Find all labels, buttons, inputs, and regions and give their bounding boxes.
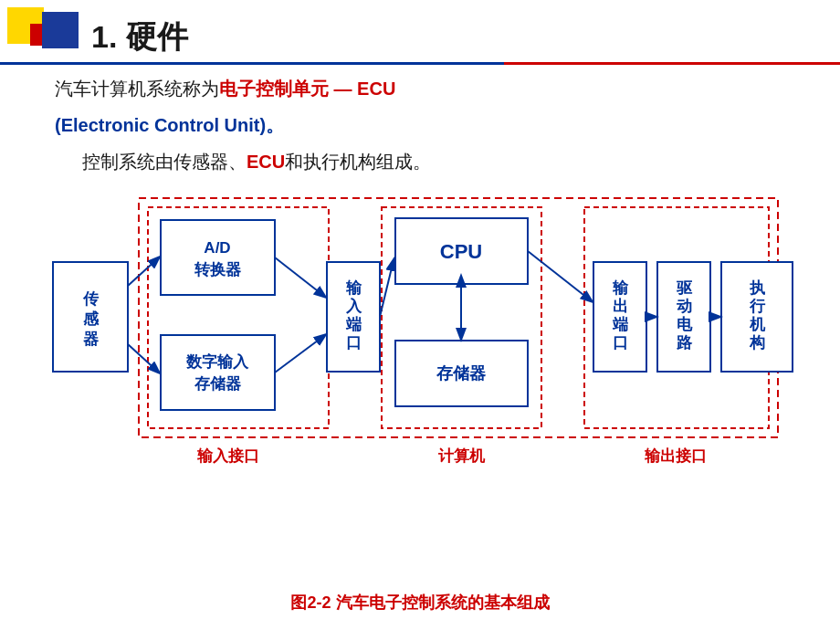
diagram-svg: 传 感 器 A/D 转换器 数字输入 存储器 输 入 端 口 CPU 存储器 输… [37,196,803,507]
svg-line-39 [128,344,159,373]
svg-line-38 [128,257,159,286]
svg-text:计算机: 计算机 [438,447,486,465]
svg-text:A/D: A/D [204,239,230,257]
svg-text:动: 动 [677,298,692,315]
svg-text:输: 输 [612,279,629,297]
svg-text:传: 传 [82,290,100,308]
svg-text:机: 机 [749,316,766,333]
svg-text:数字输入: 数字输入 [185,352,249,371]
svg-text:口: 口 [613,334,628,352]
svg-text:构: 构 [749,334,765,352]
intro-line3: 控制系统由传感器、ECU和执行机构组成。 [82,146,803,177]
svg-text:入: 入 [345,298,362,315]
svg-text:CPU: CPU [440,240,482,263]
intro-line1: 汽车计算机系统称为电子控制单元 — ECU [55,73,803,104]
svg-text:端: 端 [612,316,628,333]
intro-line2: (Electronic Control Unit)。 [55,110,803,141]
svg-text:驱: 驱 [676,279,693,297]
svg-text:端: 端 [345,316,362,333]
svg-text:转换器: 转换器 [194,261,242,278]
page-title: 1. 硬件 [91,16,188,58]
title-divider [0,62,840,65]
blue-icon [42,12,79,48]
svg-rect-8 [161,220,275,295]
figure-caption: 图2-2 汽车电子控制系统的基本组成 [0,592,840,614]
svg-line-41 [275,335,325,373]
svg-text:输出接口: 输出接口 [644,446,707,465]
svg-text:输: 输 [345,279,362,297]
svg-text:口: 口 [346,334,362,352]
svg-text:存储器: 存储器 [194,375,242,393]
svg-line-40 [275,257,325,297]
svg-line-43 [528,251,592,301]
diagram-container: 传 感 器 A/D 转换器 数字输入 存储器 输 入 端 口 CPU 存储器 输… [37,196,803,507]
svg-text:行: 行 [749,298,766,315]
svg-text:路: 路 [677,334,693,352]
svg-text:执: 执 [749,279,765,297]
svg-text:器: 器 [83,331,100,348]
svg-rect-11 [161,335,275,410]
svg-text:感: 感 [83,310,100,328]
svg-text:输入接口: 输入接口 [196,446,259,465]
svg-text:电: 电 [677,316,693,333]
intro-section: 汽车计算机系统称为电子控制单元 — ECU (Electronic Contro… [55,73,803,183]
svg-text:存储器: 存储器 [436,364,487,383]
svg-text:出: 出 [613,298,628,315]
